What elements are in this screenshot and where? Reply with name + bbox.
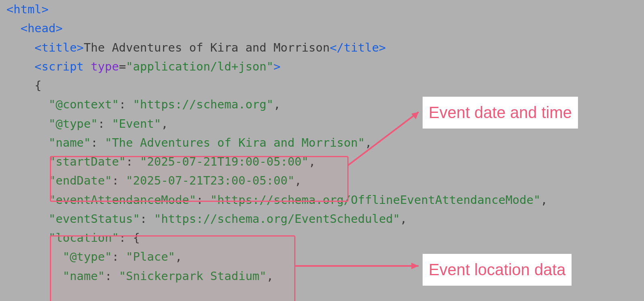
brace-open: { <box>35 79 41 92</box>
tag-script-open-end: > <box>274 60 281 73</box>
val-loc-name: "Snickerpark Stadium" <box>119 269 266 283</box>
val-name: "The Adventures of Kira and Morrison" <box>105 136 365 149</box>
val-status: "https://schema.org/EventScheduled" <box>154 212 400 226</box>
attr-type: type <box>91 60 119 73</box>
key-status: "eventStatus" <box>49 212 140 226</box>
code-block: <html> <head> <title>The Adventures of K… <box>0 0 644 286</box>
val-startdate: "2025-07-21T19:00-05:00" <box>140 155 309 168</box>
val-enddate: "2025-07-21T23:00-05:00" <box>126 174 295 187</box>
tag-title-open: <title> <box>35 41 84 54</box>
annotation-dates: Event date and time <box>423 97 578 129</box>
loc-brace: { <box>133 231 140 245</box>
eq: = <box>119 60 126 73</box>
val-loc-type: "Place" <box>126 250 175 264</box>
val-eam: "https://schema.org/OfflineEventAttendan… <box>210 193 541 207</box>
key-type: "@type" <box>49 117 98 131</box>
key-context: "@context" <box>49 98 119 111</box>
key-enddate: "endDate" <box>49 174 112 187</box>
key-eam: "eventAttendanceMode" <box>49 193 196 207</box>
title-text: The Adventures of Kira and Morrison <box>84 41 330 54</box>
key-startdate: "startDate" <box>49 155 126 168</box>
tag-title-close: </title> <box>330 41 386 54</box>
attr-type-val: "application/ld+json" <box>126 60 274 73</box>
key-name: "name" <box>49 136 91 149</box>
val-type: "Event" <box>112 117 161 131</box>
tag-html-open: <html> <box>6 2 49 16</box>
tag-head-open: <head> <box>21 21 63 35</box>
tag-script-open: <script <box>35 60 84 73</box>
annotation-location: Event location data <box>423 254 572 286</box>
key-loc-type: "@type" <box>63 250 112 264</box>
key-loc-name: "name" <box>63 269 105 283</box>
key-location: "location" <box>49 231 119 245</box>
val-context: "https://schema.org" <box>133 98 273 111</box>
